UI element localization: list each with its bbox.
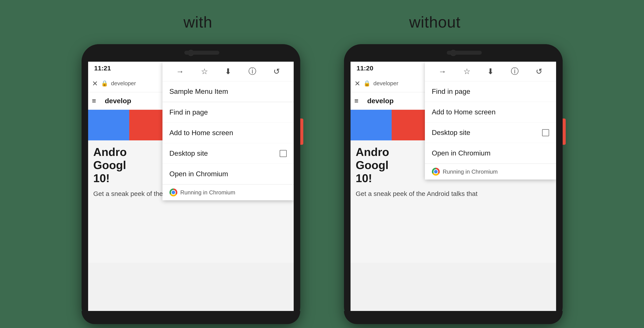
popup-item-desktop-right[interactable]: Desktop site — [425, 122, 556, 143]
phone-screen-right: 11:20 ▾ ▲ ▮ ✕ 🔒 developer ≡ develop — [350, 62, 556, 311]
popup-star-icon-left[interactable]: ☆ — [201, 67, 208, 76]
popup-item-home-right[interactable]: Add to Home screen — [425, 102, 556, 122]
desktop-checkbox-left[interactable] — [280, 150, 287, 157]
popup-refresh-icon-left[interactable]: ↺ — [273, 67, 280, 76]
popup-overlay-right: → ☆ ⬇ ⓘ ↺ Find in page Add to Home scree… — [350, 62, 556, 311]
popup-download-icon-right[interactable]: ⬇ — [487, 67, 494, 76]
popup-item-find-label-right: Find in page — [432, 88, 470, 96]
popup-toolbar-right: → ☆ ⬇ ⓘ ↺ — [425, 62, 556, 81]
popup-star-icon-right[interactable]: ☆ — [463, 67, 470, 76]
popup-item-home-label-right: Add to Home screen — [432, 108, 496, 116]
phone-right: 11:20 ▾ ▲ ▮ ✕ 🔒 developer ≡ develop — [344, 44, 563, 324]
popup-item-desktop-left[interactable]: Desktop site — [162, 143, 294, 164]
popup-download-icon-left[interactable]: ⬇ — [225, 67, 231, 76]
popup-item-desktop-label-left: Desktop site — [170, 149, 208, 158]
popup-item-chromium-label-right: Open in Chromium — [432, 149, 491, 157]
running-label-right: Running in Chromium — [443, 168, 498, 175]
running-badge-right: Running in Chromium — [425, 164, 556, 180]
chromium-icon-right — [432, 168, 440, 176]
popup-item-chromium-label-left: Open in Chromium — [170, 170, 228, 178]
phone-screen-left: 11:21 ▾ ▲ ▮ ✕ 🔒 developer ≡ develop — [88, 62, 294, 311]
popup-item-sample-label-left: Sample Menu Item — [170, 88, 228, 96]
popup-info-icon-left[interactable]: ⓘ — [248, 66, 256, 77]
popup-item-find-label-left: Find in page — [170, 108, 208, 116]
desktop-checkbox-right[interactable] — [542, 129, 549, 136]
phone-top-bar-left — [82, 44, 300, 62]
phone-bottom-right — [344, 311, 563, 324]
popup-item-desktop-label-right: Desktop site — [432, 128, 470, 137]
popup-item-sample-left[interactable]: Sample Menu Item — [162, 81, 294, 102]
labels-row: with without — [0, 13, 644, 31]
popup-item-find-left[interactable]: Find in page — [162, 102, 294, 123]
phone-speaker-right — [447, 51, 482, 55]
label-with: with — [184, 13, 212, 31]
phone-speaker-left — [184, 51, 219, 55]
chromium-icon-left — [170, 188, 177, 196]
phones-row: 11:21 ▾ ▲ ▮ ✕ 🔒 developer ≡ develop — [82, 44, 563, 324]
popup-item-find-right[interactable]: Find in page — [425, 81, 556, 102]
popup-item-home-left[interactable]: Add to Home screen — [162, 123, 294, 143]
phone-bottom-left — [82, 311, 300, 324]
phone-left: 11:21 ▾ ▲ ▮ ✕ 🔒 developer ≡ develop — [82, 44, 300, 324]
popup-info-icon-right[interactable]: ⓘ — [511, 66, 519, 77]
popup-menu-left: → ☆ ⬇ ⓘ ↺ Sample Menu Item Find in page — [162, 62, 294, 200]
popup-forward-icon-right[interactable]: → — [438, 67, 446, 76]
label-without: without — [409, 13, 460, 31]
phone-side-btn-left — [300, 118, 303, 145]
running-badge-left: Running in Chromium — [162, 184, 294, 200]
popup-overlay-left: → ☆ ⬇ ⓘ ↺ Sample Menu Item Find in page — [88, 62, 294, 311]
phone-top-bar-right — [344, 44, 563, 62]
popup-forward-icon-left[interactable]: → — [176, 67, 184, 76]
phone-side-btn-right — [563, 118, 566, 145]
popup-refresh-icon-right[interactable]: ↺ — [536, 67, 542, 76]
popup-item-chromium-right[interactable]: Open in Chromium — [425, 143, 556, 164]
popup-menu-right: → ☆ ⬇ ⓘ ↺ Find in page Add to Home scree… — [425, 62, 556, 180]
popup-toolbar-left: → ☆ ⬇ ⓘ ↺ — [162, 62, 294, 81]
popup-item-chromium-left[interactable]: Open in Chromium — [162, 164, 294, 184]
popup-item-home-label-left: Add to Home screen — [170, 129, 233, 137]
running-label-left: Running in Chromium — [180, 189, 235, 196]
